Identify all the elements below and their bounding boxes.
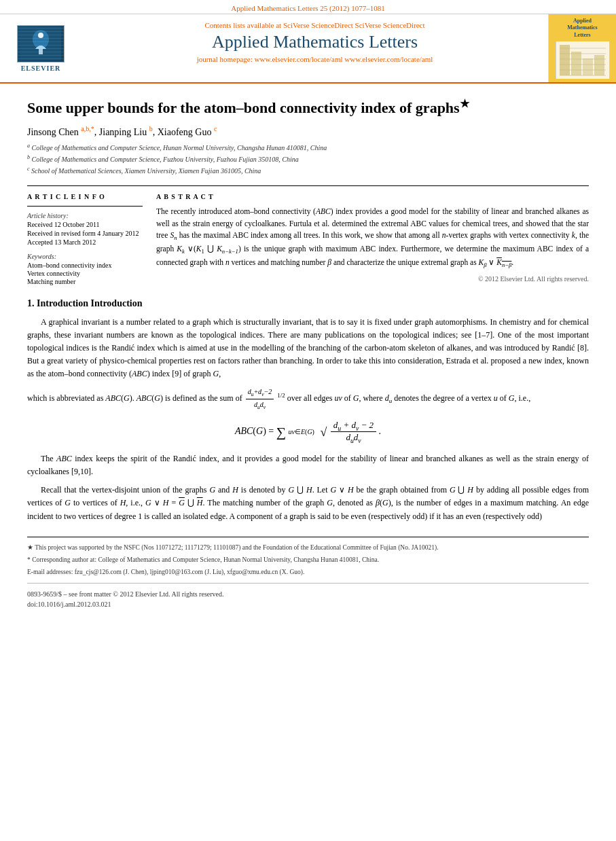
journal-cover: AppliedMathematicsLetters <box>548 14 616 82</box>
affiliation-a: a College of Mathematics and Computer Sc… <box>27 142 589 154</box>
keywords-section: Keywords: Atom–bond connectivity index V… <box>27 253 143 285</box>
svg-rect-0 <box>20 27 61 60</box>
footer-divider <box>27 583 589 584</box>
footer-notes: ★ This project was supported by the NSFC… <box>27 537 589 609</box>
copyright-line: © 2012 Elsevier Ltd. All rights reserved… <box>156 275 589 283</box>
intro-para1: A graphical invariant is a number relate… <box>27 316 589 381</box>
keyword-2: Vertex connectivity <box>27 270 143 277</box>
homepage-link[interactable]: www.elsevier.com/locate/aml <box>255 55 343 63</box>
affiliations: a College of Mathematics and Computer Sc… <box>27 142 589 177</box>
journal-citation: Applied Mathematics Letters 25 (2012) 10… <box>231 4 384 12</box>
svg-point-1 <box>33 30 49 49</box>
intro-para2: The ABC index keeps the spirit of the Ra… <box>27 452 589 478</box>
elsevier-logo-section: ELSEVIER <box>0 14 81 82</box>
star-footnote: ★ This project was supported by the NSFC… <box>27 543 589 552</box>
intro-para1b: which is abbreviated as ABC(G). ABC(G) i… <box>27 387 589 412</box>
main-content: Some upper bounds for the atom–bond conn… <box>0 84 616 622</box>
abstract-heading: A B S T R A C T <box>156 193 589 200</box>
elsevier-logo-image <box>17 25 65 62</box>
doi-line: doi:10.1016/j.aml.2012.03.021 <box>27 599 589 609</box>
journal-banner: ELSEVIER Contents lists available at Sci… <box>0 14 616 84</box>
elsevier-wordmark: ELSEVIER <box>21 65 61 72</box>
journal-homepage: journal homepage: www.elsevier.com/locat… <box>81 55 548 63</box>
cover-image <box>556 41 610 79</box>
journal-title: Applied Mathematics Letters <box>81 32 548 52</box>
abstract-text: The recently introduced atom–bond connec… <box>156 206 589 270</box>
affiliation-c: c School of Mathematical Sciences, Xiame… <box>27 165 589 177</box>
sciverse-link[interactable]: SciVerse ScienceDirect <box>283 21 353 29</box>
svg-rect-2 <box>39 48 43 54</box>
svg-point-3 <box>38 33 43 38</box>
journal-info-center: Contents lists available at SciVerse Sci… <box>81 14 548 82</box>
abc-formula: ABC(G) = ∑ uv∈E(G) √ du + dv − 2 dudv . <box>27 420 589 444</box>
svg-rect-13 <box>583 58 593 75</box>
corresp-footnote: * Corresponding author at: College of Ma… <box>27 555 589 565</box>
svg-rect-11 <box>560 45 570 75</box>
intro-heading: 1. Introduction Introduction <box>27 298 589 309</box>
received-date: Received 12 October 2011 <box>27 221 143 228</box>
article-info-abstract: A R T I C L E I N F O Article history: R… <box>27 185 589 286</box>
keyword-3: Matching number <box>27 278 143 285</box>
email-footnote: E-mail addresses: fzu_cjs@126.com (J. Ch… <box>27 567 589 577</box>
keywords-label: Keywords: <box>27 253 143 260</box>
accepted-date: Accepted 13 March 2012 <box>27 238 143 246</box>
keyword-1: Atom–bond connectivity index <box>27 262 143 269</box>
cover-title: AppliedMathematicsLetters <box>567 18 597 39</box>
authors-line: Jinsong Chen a,b,*, Jianping Liu b, Xiao… <box>27 125 589 138</box>
article-info-heading: A R T I C L E I N F O <box>27 193 143 200</box>
issn-line: 0893-9659/$ – see front matter © 2012 El… <box>27 589 589 599</box>
elsevier-logo: ELSEVIER <box>17 25 65 72</box>
affiliation-b: b College of Mathematics and Computer Sc… <box>27 154 589 165</box>
abstract-column: A B S T R A C T The recently introduced … <box>156 186 589 286</box>
article-info-column: A R T I C L E I N F O Article history: R… <box>27 186 143 286</box>
revised-date: Received in revised form 4 January 2012 <box>27 230 143 237</box>
svg-rect-14 <box>594 55 604 75</box>
intro-para3: Recall that the vertex-disjoint union of… <box>27 484 589 523</box>
history-label: Article history: <box>27 212 143 219</box>
sciverse-line: Contents lists available at SciVerse Sci… <box>81 21 548 29</box>
svg-rect-12 <box>571 52 581 75</box>
journal-header-top: Applied Mathematics Letters 25 (2012) 10… <box>0 0 616 14</box>
article-title: Some upper bounds for the atom–bond conn… <box>27 97 589 118</box>
